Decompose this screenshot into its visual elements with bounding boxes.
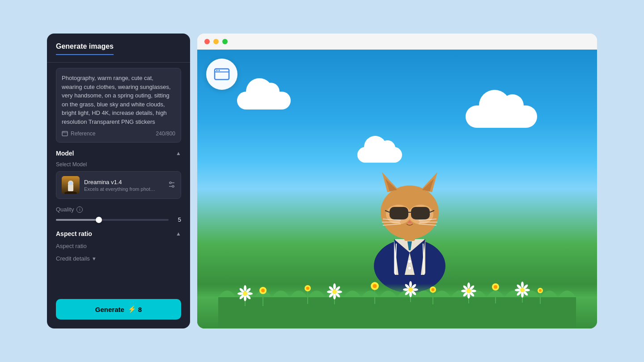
model-thumb-svg xyxy=(62,176,80,194)
aspect-ratio-section: Aspect ratio ▲ Aspect ratio xyxy=(47,230,190,255)
svg-point-71 xyxy=(333,283,336,290)
aspect-label: Aspect ratio xyxy=(56,243,87,249)
maximize-button[interactable] xyxy=(222,39,228,44)
svg-point-56 xyxy=(494,285,497,289)
svg-point-79 xyxy=(332,290,337,294)
cloud-1 xyxy=(237,92,291,109)
model-section: Model ▲ Select Model xyxy=(47,143,190,206)
panel-title: Generate images xyxy=(56,42,114,55)
svg-point-109 xyxy=(520,288,525,292)
svg-point-59 xyxy=(539,289,542,292)
svg-point-2 xyxy=(64,132,64,132)
browser-icon-overlay xyxy=(206,59,237,90)
generate-credits: ⚡ 8 xyxy=(128,305,142,313)
svg-point-91 xyxy=(467,282,470,289)
panel-header: Generate images xyxy=(47,34,190,62)
svg-point-50 xyxy=(373,284,377,288)
svg-point-53 xyxy=(432,288,435,291)
model-section-title: Model xyxy=(56,150,74,157)
svg-point-11 xyxy=(172,185,174,187)
credit-details-label: Credit details xyxy=(56,255,90,262)
right-panel xyxy=(197,34,597,328)
model-card-left: Dreamina v1.4 Excels at everything from … xyxy=(62,176,156,194)
aspect-section-title: Aspect ratio xyxy=(56,230,92,237)
minimize-button[interactable] xyxy=(213,39,219,44)
aspect-section-header: Aspect ratio ▲ xyxy=(56,230,181,237)
char-count: 240/800 xyxy=(156,130,175,137)
quality-section: Quality i 5 xyxy=(47,206,190,230)
svg-point-61 xyxy=(244,285,246,291)
reference-button[interactable]: Reference xyxy=(62,130,95,137)
quality-row: Quality i xyxy=(56,206,181,213)
cat-scene xyxy=(197,50,597,328)
quality-value: 5 xyxy=(174,216,181,223)
svg-point-113 xyxy=(219,70,220,71)
cloud-2 xyxy=(466,105,537,128)
svg-rect-30 xyxy=(411,207,430,219)
svg-point-9 xyxy=(169,182,171,184)
quality-info-icon[interactable]: i xyxy=(76,206,83,213)
main-container: Generate images Photography, warm range,… xyxy=(47,34,597,328)
quality-label: Quality xyxy=(56,206,74,213)
browser-icon-svg xyxy=(214,66,230,82)
svg-point-47 xyxy=(306,287,309,290)
generate-label: Generate xyxy=(95,306,124,313)
credit-details-button[interactable]: Credit details ▾ xyxy=(56,255,96,262)
credit-details-section: Credit details ▾ xyxy=(47,255,190,267)
svg-rect-0 xyxy=(62,131,68,136)
quality-slider[interactable] xyxy=(56,219,169,221)
svg-point-89 xyxy=(408,287,413,292)
slider-fill xyxy=(56,219,99,221)
close-button[interactable] xyxy=(204,39,210,44)
model-collapse-icon[interactable]: ▲ xyxy=(176,150,181,156)
cat-svg xyxy=(347,123,472,293)
model-desc: Excels at everything from photorealis... xyxy=(84,186,156,192)
aspect-collapse-icon[interactable]: ▲ xyxy=(176,231,181,237)
slider-thumb[interactable] xyxy=(96,217,102,223)
svg-point-7 xyxy=(69,181,72,185)
svg-point-99 xyxy=(466,289,471,293)
model-card[interactable]: Dreamina v1.4 Excels at everything from … xyxy=(56,171,181,199)
svg-point-19 xyxy=(408,266,411,270)
browser-bar xyxy=(197,34,597,50)
model-thumbnail xyxy=(62,176,80,194)
reference-icon xyxy=(62,130,68,137)
svg-point-112 xyxy=(216,70,218,71)
model-settings-icon[interactable] xyxy=(168,181,175,189)
sliders-icon xyxy=(168,181,175,188)
prompt-area[interactable]: Photography, warm range, cute cat, weari… xyxy=(56,68,181,143)
prompt-text: Photography, warm range, cute cat, weari… xyxy=(62,74,175,126)
svg-point-81 xyxy=(409,281,412,287)
cat-image xyxy=(347,123,472,293)
flowers-svg xyxy=(197,270,597,328)
bolt-icon: ⚡ xyxy=(128,305,136,313)
generate-button[interactable]: Generate ⚡ 8 xyxy=(56,299,181,320)
svg-point-101 xyxy=(521,282,524,288)
credit-details-chevron: ▾ xyxy=(93,255,96,262)
model-info: Dreamina v1.4 Excels at everything from … xyxy=(84,179,156,192)
header-divider xyxy=(47,62,190,63)
model-section-header: Model ▲ xyxy=(56,150,181,157)
browser-content xyxy=(197,50,597,328)
prompt-footer: Reference 240/800 xyxy=(62,130,175,137)
svg-point-44 xyxy=(261,289,265,292)
left-panel: Generate images Photography, warm range,… xyxy=(47,34,190,328)
svg-rect-29 xyxy=(390,207,408,219)
credits-count: 8 xyxy=(138,306,142,313)
model-name: Dreamina v1.4 xyxy=(84,179,156,185)
svg-point-18 xyxy=(408,260,411,263)
svg-point-69 xyxy=(243,291,247,296)
slider-row: 5 xyxy=(56,216,181,223)
svg-point-1 xyxy=(63,132,64,132)
reference-label: Reference xyxy=(71,130,95,137)
select-model-label: Select Model xyxy=(56,161,181,168)
